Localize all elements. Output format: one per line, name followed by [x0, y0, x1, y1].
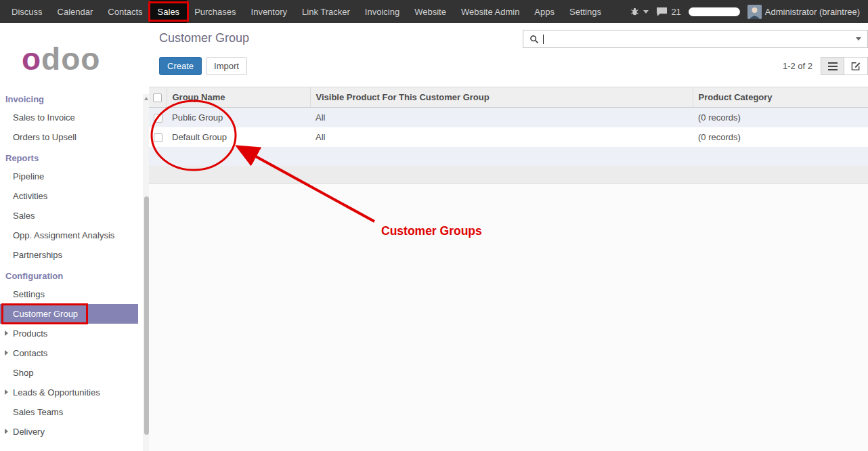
menu-item-website-admin[interactable]: Website Admin: [454, 0, 527, 23]
column-header-product-category[interactable]: Product Category: [693, 87, 868, 108]
avatar: [747, 5, 762, 19]
cell-group-name[interactable]: Default Group: [167, 127, 310, 147]
item-label: Partnerships: [13, 250, 62, 260]
bug-icon: [630, 7, 640, 16]
menu-label: Discuss: [12, 7, 43, 17]
text-cursor: [543, 35, 544, 44]
sidebar-item-settings[interactable]: Settings: [0, 284, 138, 304]
customer-group-table: Group Name Visible Product For This Cust…: [149, 87, 868, 166]
sidebar-item-contacts[interactable]: Contacts: [0, 343, 138, 363]
row-checkbox[interactable]: [154, 133, 162, 142]
item-label: Opp. Assignment Analysis: [13, 230, 114, 240]
cell-product-category[interactable]: (0 records): [693, 108, 868, 128]
table-row[interactable]: Default Group All (0 records): [149, 127, 868, 147]
menu-item-link-tracker[interactable]: Link Tracker: [295, 0, 357, 23]
select-all-checkbox[interactable]: [153, 93, 162, 102]
sidebar-heading-reports: Reports: [0, 147, 149, 167]
search-options-chevron-icon[interactable]: [856, 37, 861, 41]
debug-menu-button[interactable]: [630, 7, 649, 16]
sidebar-section-configuration: Configuration Settings Customer Group Pr…: [0, 265, 149, 442]
menu-item-invoicing[interactable]: Invoicing: [357, 0, 407, 23]
menu-label: Website: [414, 7, 446, 17]
menu-item-calendar[interactable]: Calendar: [50, 0, 101, 23]
chat-icon: [656, 7, 668, 17]
sidebar-item-sales[interactable]: Sales: [0, 206, 138, 226]
sidebar-item-shop[interactable]: Shop: [0, 363, 138, 383]
logo-letters: doo: [41, 41, 100, 77]
cell-product-category[interactable]: (0 records): [693, 127, 868, 147]
menu-item-website[interactable]: Website: [407, 0, 454, 23]
logo-letter: o: [22, 41, 41, 77]
menu-label: Inventory: [251, 7, 287, 17]
sidebar-item-customer-group[interactable]: Customer Group: [0, 304, 138, 324]
item-label: Sales: [13, 211, 35, 221]
sidebar-item-delivery[interactable]: Delivery: [0, 422, 138, 442]
search-input[interactable]: [548, 30, 852, 47]
messages-button[interactable]: 21: [656, 7, 680, 17]
sidebar-item-pipeline[interactable]: Pipeline: [0, 167, 138, 186]
import-button[interactable]: Import: [206, 57, 247, 75]
main-content: Customer Group Create Import 1-2 of 2: [149, 23, 868, 451]
sidebar-item-leads-opportunities[interactable]: Leads & Opportunities: [0, 383, 138, 402]
scrollbar-thumb[interactable]: [144, 196, 149, 435]
menu-label: Apps: [534, 7, 555, 17]
row-checkbox-cell: [149, 127, 167, 147]
item-label: Activities: [13, 191, 47, 201]
user-menu[interactable]: Administrator (braintree): [747, 5, 860, 19]
odoo-logo[interactable]: odoo: [0, 23, 149, 88]
cell-visible-product[interactable]: All: [310, 127, 693, 147]
menu-item-settings[interactable]: Settings: [562, 0, 609, 23]
menu-item-apps[interactable]: Apps: [527, 0, 562, 23]
status-pill: [689, 7, 740, 16]
item-label: Shop: [13, 368, 33, 378]
sidebar-item-opp-assignment-analysis[interactable]: Opp. Assignment Analysis: [0, 226, 138, 245]
menu-item-purchases[interactable]: Purchases: [187, 0, 243, 23]
create-button[interactable]: Create: [159, 57, 202, 75]
item-label: Settings: [13, 289, 45, 299]
control-panel: Customer Group Create Import 1-2 of 2: [149, 23, 868, 87]
menu-item-contacts[interactable]: Contacts: [100, 0, 150, 23]
row-checkbox[interactable]: [154, 114, 162, 123]
cell-visible-product[interactable]: All: [310, 108, 693, 128]
sidebar-item-sales-to-invoice[interactable]: Sales to Invoice: [0, 108, 138, 127]
sidebar-section-reports: Reports Pipeline Activities Sales Opp. A…: [0, 147, 149, 265]
menu-label: Sales: [158, 7, 180, 17]
menu-item-discuss[interactable]: Discuss: [4, 0, 50, 23]
item-label: Sales Teams: [13, 407, 63, 417]
item-label: Orders to Upsell: [13, 132, 77, 142]
sidebar: odoo Invoicing Sales to Invoice Orders t…: [0, 23, 149, 451]
expand-arrow-icon[interactable]: [5, 350, 8, 356]
menu-item-inventory[interactable]: Inventory: [244, 0, 295, 23]
sidebar-scrollbar[interactable]: [144, 94, 149, 451]
view-switcher: [821, 57, 868, 75]
table-header-row: Group Name Visible Product For This Cust…: [149, 87, 868, 108]
row-checkbox-cell: [149, 108, 167, 128]
expand-arrow-icon[interactable]: [5, 330, 8, 336]
top-navbar: Discuss Calendar Contacts Sales Purchase…: [0, 0, 868, 23]
pager-range: 1-2 of 2: [783, 61, 812, 71]
search-bar[interactable]: [523, 30, 868, 48]
column-header-visible-product[interactable]: Visible Product For This Customer Group: [310, 87, 693, 108]
chevron-down-icon: [643, 10, 649, 14]
expand-arrow-icon[interactable]: [5, 389, 8, 395]
topbar-right: 21 Administrator (braintree): [630, 0, 868, 23]
editable-list-view-button[interactable]: [844, 57, 868, 75]
scroll-up-arrow-icon[interactable]: [144, 97, 148, 100]
sidebar-item-products[interactable]: Products: [0, 324, 138, 343]
column-header-group-name[interactable]: Group Name: [167, 87, 310, 108]
menu-label: Settings: [569, 7, 601, 17]
list-view-icon: [828, 62, 838, 70]
sidebar-item-sales-teams[interactable]: Sales Teams: [0, 402, 138, 422]
list-view-button[interactable]: [821, 57, 844, 75]
sidebar-item-activities[interactable]: Activities: [0, 186, 138, 206]
header-checkbox-cell: [149, 87, 167, 108]
odoo-app-window: Discuss Calendar Contacts Sales Purchase…: [0, 0, 868, 451]
expand-arrow-icon[interactable]: [5, 429, 8, 434]
sidebar-item-orders-to-upsell[interactable]: Orders to Upsell: [0, 127, 138, 147]
table-row[interactable]: Public Group All (0 records): [149, 108, 868, 128]
menu-item-sales[interactable]: Sales: [150, 0, 188, 23]
menu-label: Link Tracker: [302, 7, 350, 17]
cell-group-name[interactable]: Public Group: [167, 108, 310, 128]
menu-label: Calendar: [58, 7, 93, 17]
sidebar-item-partnerships[interactable]: Partnerships: [0, 245, 138, 265]
